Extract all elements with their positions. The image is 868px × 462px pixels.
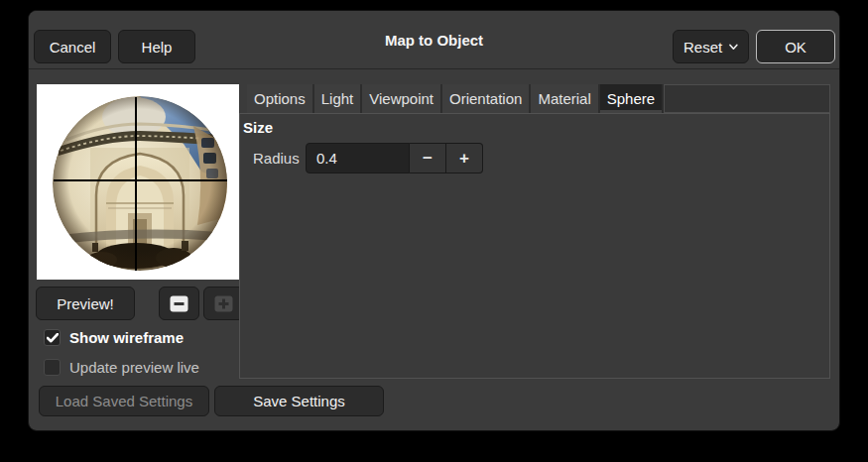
reset-button[interactable]: Reset (673, 30, 749, 63)
radius-row: Radius − + (253, 143, 483, 173)
chevron-down-icon (729, 43, 738, 52)
radius-spinbox: − + (306, 143, 483, 173)
update-preview-checkbox[interactable] (44, 359, 61, 376)
update-preview-row: Update preview live (44, 359, 199, 376)
tab-material[interactable]: Material (531, 84, 599, 113)
sphere-preview-image (37, 84, 239, 280)
tab-light[interactable]: Light (314, 84, 363, 113)
load-saved-settings-button[interactable]: Load Saved Settings (39, 386, 209, 416)
save-settings-button[interactable]: Save Settings (214, 386, 384, 416)
map-to-object-dialog: Cancel Help Map to Object Reset OK (28, 10, 840, 431)
tab-strip-filler (664, 84, 830, 113)
checkmark-icon (47, 333, 59, 343)
radius-decrement-button[interactable]: − (410, 143, 446, 173)
tab-strip: Options Light Viewpoint Orientation Mate… (239, 84, 830, 113)
preview-area[interactable] (37, 84, 239, 280)
radius-input[interactable] (306, 143, 410, 173)
screen-background: Cancel Help Map to Object Reset OK (0, 0, 868, 462)
zoom-out-button[interactable] (159, 287, 199, 320)
tab-orientation[interactable]: Orientation (442, 84, 531, 113)
tab-sphere[interactable]: Sphere (600, 84, 664, 113)
help-button[interactable]: Help (118, 30, 195, 63)
show-wireframe-checkbox[interactable] (44, 329, 61, 346)
sphere-tab-panel: Size Radius − + (239, 113, 830, 379)
cancel-button[interactable]: Cancel (34, 30, 111, 63)
show-wireframe-label: Show wireframe (69, 329, 184, 346)
size-section-title: Size (243, 119, 273, 136)
ok-button[interactable]: OK (756, 30, 835, 63)
radius-increment-button[interactable]: + (446, 143, 483, 173)
preview-button[interactable]: Preview! (36, 287, 135, 320)
zoom-in-icon (214, 295, 233, 312)
zoom-out-icon (170, 295, 188, 312)
update-preview-label: Update preview live (69, 359, 199, 376)
reset-label: Reset (683, 39, 722, 56)
tab-options[interactable]: Options (247, 84, 314, 113)
radius-label: Radius (253, 150, 306, 167)
tab-viewpoint[interactable]: Viewpoint (362, 84, 442, 113)
zoom-in-button[interactable] (203, 287, 244, 320)
show-wireframe-row: Show wireframe (44, 329, 184, 346)
tab-spacer (239, 84, 247, 113)
header-bar: Cancel Help Map to Object Reset OK (29, 11, 839, 69)
